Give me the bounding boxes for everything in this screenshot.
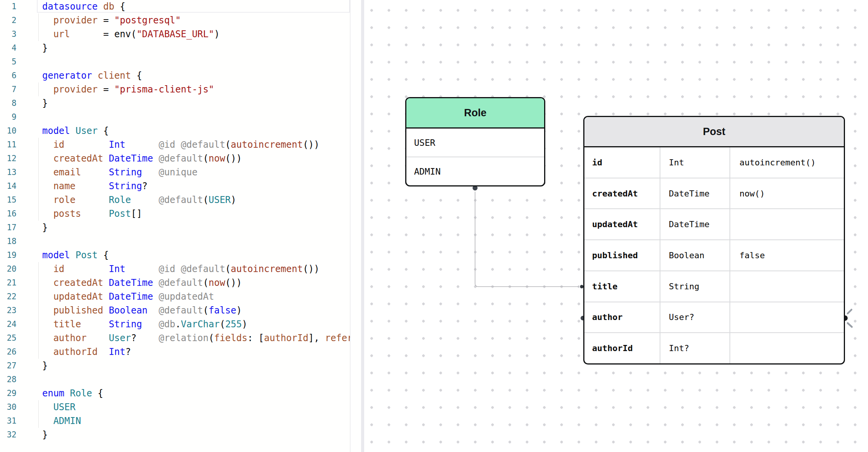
code-line[interactable]: datasource db { [42,0,350,13]
indent-guide [38,400,39,428]
line-number: 30 [0,400,17,414]
enum-value-row[interactable]: ADMIN [406,157,544,185]
code-editor-pane[interactable]: 1234567891011121314151617181920212223242… [0,0,361,452]
code-line[interactable]: } [42,428,350,442]
code-line[interactable]: generator client { [42,69,350,82]
code-line[interactable]: } [42,359,350,373]
line-number: 21 [0,276,17,290]
line-number: 31 [0,414,17,428]
code-line[interactable]: id Int @id @default(autoincrement()) [42,262,350,276]
field-row[interactable]: createdAtDateTimenow() [584,178,844,209]
line-number: 32 [0,428,17,442]
code-line[interactable]: createdAt DateTime @default(now()) [42,276,350,290]
field-name-cell: published [584,240,660,271]
code-line[interactable]: enum Role { [42,386,350,400]
code-line[interactable] [42,373,350,386]
line-number: 19 [0,248,17,262]
line-number: 4 [0,41,17,55]
field-type-cell: Int? [660,333,729,363]
code-line[interactable]: published Boolean @default(false) [42,304,350,317]
prisma-schema-visualizer: 1234567891011121314151617181920212223242… [0,0,868,452]
field-default-cell: now() [729,178,844,209]
field-name-cell: authorId [584,333,660,363]
line-number: 6 [0,69,17,82]
line-number: 12 [0,152,17,165]
field-default-cell [729,302,844,333]
code-line[interactable]: authorId Int? [42,345,350,359]
line-number: 17 [0,221,17,234]
field-default-cell [729,333,844,363]
field-row[interactable]: updatedAtDateTime [584,208,844,239]
enum-node-body: USERADMIN [406,129,544,185]
line-number: 24 [0,317,17,331]
enum-node-role[interactable]: Role USERADMIN [405,97,545,186]
code-line[interactable]: model User { [42,124,350,138]
code-area[interactable]: datasource db { provider = "postgresql" … [42,0,350,442]
line-number: 14 [0,179,17,193]
line-number: 9 [0,110,17,124]
code-line[interactable]: } [42,96,350,110]
line-number: 18 [0,234,17,248]
code-line[interactable]: model Post { [42,248,350,262]
line-number-gutter: 1234567891011121314151617181920212223242… [0,0,17,442]
code-line[interactable]: url = env("DATABASE_URL") [42,27,350,41]
field-row[interactable]: idIntautoincrement() [584,147,844,178]
code-line[interactable]: posts Post[] [42,207,350,221]
field-type-cell: DateTime [660,178,729,209]
line-number: 3 [0,27,17,41]
line-number: 27 [0,359,17,373]
code-line[interactable]: author User? @relation(fields: [authorId… [42,331,350,345]
code-line[interactable]: updatedAt DateTime @updatedAt [42,290,350,304]
field-name-cell: author [584,302,660,333]
field-name-cell: id [584,147,660,178]
code-line[interactable]: provider = "postgresql" [42,13,350,27]
line-number: 28 [0,373,17,386]
code-line[interactable]: USER [42,400,350,414]
code-line[interactable]: name String? [42,179,350,193]
enum-value-row[interactable]: USER [406,129,544,157]
model-node-header[interactable]: Post [584,117,844,147]
code-line[interactable]: createdAt DateTime @default(now()) [42,152,350,165]
code-line[interactable]: email String @unique [42,165,350,179]
line-number: 5 [0,55,17,69]
field-type-cell: Int [660,147,729,178]
line-number: 25 [0,331,17,345]
field-name-cell: updatedAt [584,209,660,239]
code-line[interactable] [42,110,350,124]
field-default-cell [729,271,844,302]
line-number: 13 [0,165,17,179]
field-name-cell: title [584,271,660,302]
field-row[interactable]: titleString [584,271,844,302]
field-row[interactable]: authorUser? [584,302,844,333]
code-line[interactable]: } [42,41,350,55]
scrollbar-track-border [350,0,350,452]
line-number: 1 [0,0,17,13]
field-row[interactable]: publishedBooleanfalse [584,239,844,271]
field-type-cell: DateTime [660,209,729,239]
enum-node-header[interactable]: Role [406,98,544,129]
line-number: 23 [0,304,17,317]
field-type-cell: User? [660,302,729,333]
code-line[interactable]: ADMIN [42,414,350,428]
model-node-body: idIntautoincrement()createdAtDateTimenow… [584,147,844,363]
line-number: 26 [0,345,17,359]
line-number: 22 [0,290,17,304]
code-line[interactable] [42,55,350,69]
line-number: 7 [0,82,17,96]
pane-divider[interactable] [361,0,364,452]
line-number: 29 [0,386,17,400]
field-default-cell [729,209,844,239]
line-number: 20 [0,262,17,276]
code-line[interactable]: title String @db.VarChar(255) [42,317,350,331]
code-line[interactable]: id Int @id @default(autoincrement()) [42,138,350,152]
indent-guide [38,262,39,359]
code-line[interactable]: role Role @default(USER) [42,193,350,207]
line-number: 10 [0,124,17,138]
code-line[interactable] [42,234,350,248]
code-line[interactable]: provider = "prisma-client-js" [42,82,350,96]
line-number: 11 [0,138,17,152]
code-line[interactable]: } [42,221,350,234]
model-node-post[interactable]: Post idIntautoincrement()createdAtDateTi… [583,116,845,365]
enum-node-title: Role [464,107,487,119]
field-row[interactable]: authorIdInt? [584,332,844,363]
